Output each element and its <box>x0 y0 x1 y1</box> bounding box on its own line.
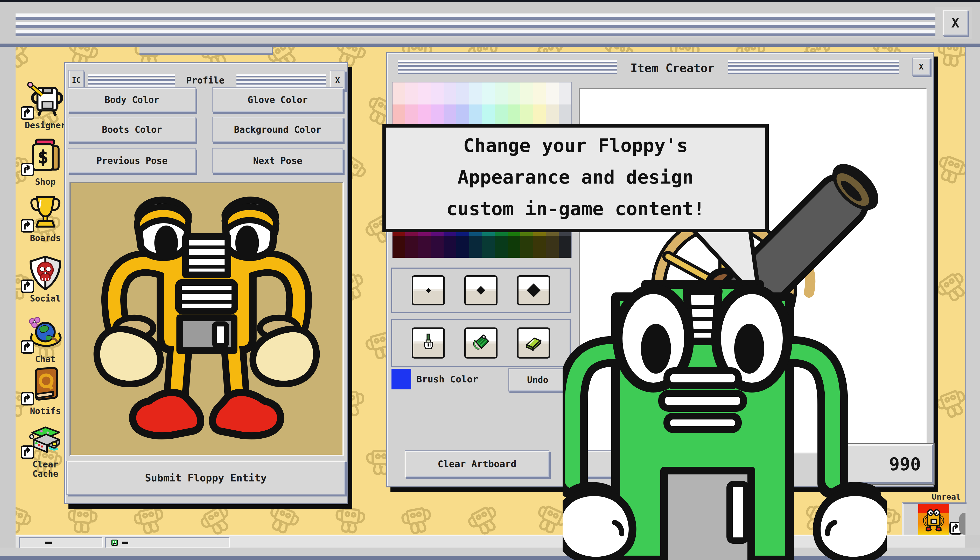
brush-icon <box>419 333 438 353</box>
wallpaper-doodle <box>392 494 444 535</box>
background-color-button[interactable]: Background Color <box>212 117 343 142</box>
palette-cell[interactable] <box>393 105 405 127</box>
screen: X Designer $ Shop Boards <box>0 0 980 560</box>
eraser-tool-button[interactable] <box>517 327 550 358</box>
glove-color-button[interactable]: Glove Color <box>212 87 343 112</box>
brush-size-group <box>391 268 571 313</box>
brush-tool-button[interactable] <box>412 327 445 358</box>
taskbar-item-1[interactable] <box>19 537 103 548</box>
palette-cell[interactable] <box>456 82 469 105</box>
palette-cell[interactable] <box>495 236 507 258</box>
title-stripes <box>398 60 617 75</box>
palette-cell[interactable] <box>405 82 418 105</box>
bubble-line: Change your Floppy's <box>386 130 765 161</box>
unreal-icon[interactable] <box>918 504 949 535</box>
palette-cell[interactable] <box>533 105 546 127</box>
sidebar-item-designer[interactable]: Designer <box>21 79 70 130</box>
brush-size-medium-button[interactable] <box>464 275 498 305</box>
sidebar-item-notifs[interactable]: Notifs <box>21 366 70 416</box>
sidebar-item-shop[interactable]: $ Shop <box>21 137 70 187</box>
item-creator-close-button[interactable]: X <box>912 58 930 76</box>
palette-cell[interactable] <box>559 236 572 258</box>
palette-cell[interactable] <box>508 82 520 105</box>
palette-cell[interactable] <box>495 105 507 127</box>
palette-cell[interactable] <box>418 236 431 258</box>
boots-color-button[interactable]: Boots Color <box>68 117 196 142</box>
icon-label: Designer <box>21 121 70 130</box>
palette-cell[interactable] <box>443 82 456 105</box>
icon-label: Boards <box>21 233 70 243</box>
palette-cell[interactable] <box>393 82 405 105</box>
palette-cell[interactable] <box>443 236 456 258</box>
palette-cell[interactable] <box>508 236 520 258</box>
profile-character-canvas <box>70 182 344 456</box>
palette-cell[interactable] <box>533 236 546 258</box>
shortcut-badge <box>21 106 34 121</box>
palette-cell[interactable] <box>418 82 431 105</box>
palette-cell[interactable] <box>546 236 558 258</box>
palette-cell[interactable] <box>495 82 507 105</box>
palette-cell[interactable] <box>520 105 533 127</box>
shortcut-badge <box>21 392 34 407</box>
palette-cell[interactable] <box>482 236 495 258</box>
fill-tool-button[interactable] <box>464 327 498 358</box>
sidebar-item-clear-cache[interactable]: Clear Cache <box>21 420 70 478</box>
palette-cell[interactable] <box>393 236 405 258</box>
sidebar-item-social[interactable]: Social <box>21 253 70 303</box>
wallpaper-doodle <box>15 491 45 535</box>
palette-cell[interactable] <box>431 105 443 127</box>
screen-close-button[interactable]: X <box>943 10 968 36</box>
palette-cell[interactable] <box>546 82 558 105</box>
palette-cell[interactable] <box>456 105 469 127</box>
palette-cell[interactable] <box>405 105 418 127</box>
sidebar-item-chat[interactable]: Chat <box>21 314 70 364</box>
body-color-button[interactable]: Body Color <box>68 87 196 112</box>
wallpaper-doodle <box>958 435 965 488</box>
brush-color-swatch[interactable] <box>392 369 411 389</box>
palette-cell[interactable] <box>443 105 456 127</box>
wallpaper-doodle <box>15 47 47 84</box>
sidebar-item-boards[interactable]: Boards <box>21 193 70 243</box>
top-title-stripes[interactable] <box>15 13 935 38</box>
right-frame-column <box>965 47 980 535</box>
palette-cell[interactable] <box>456 236 469 258</box>
palette-cell[interactable] <box>469 82 482 105</box>
palette-cell[interactable] <box>431 82 443 105</box>
palette-cell[interactable] <box>559 105 572 127</box>
palette-cell[interactable] <box>482 82 495 105</box>
wallpaper-doodle <box>955 198 965 258</box>
item-creator-title-bar[interactable]: Item Creator X <box>387 53 933 82</box>
palette-cell[interactable] <box>520 82 533 105</box>
icon-label: Chat <box>21 355 70 364</box>
palette-cell[interactable] <box>469 105 482 127</box>
palette-cell[interactable] <box>418 105 431 127</box>
taskbar-item-2[interactable] <box>105 537 230 548</box>
shortcut-badge <box>21 219 34 233</box>
bubble-line: Appearance and design <box>386 161 765 193</box>
title-stripes <box>237 74 326 89</box>
icon-label: Shop <box>21 177 70 187</box>
next-pose-button[interactable]: Next Pose <box>212 148 343 173</box>
palette-cell[interactable] <box>546 105 558 127</box>
top-frame-edge <box>0 0 980 2</box>
icon-label: Notifs <box>21 407 70 416</box>
clear-artboard-button[interactable]: Clear Artboard <box>405 450 549 477</box>
background-window-tab[interactable] <box>140 47 273 55</box>
palette-cell[interactable] <box>520 236 533 258</box>
palette-cell[interactable] <box>469 236 482 258</box>
shortcut-badge <box>21 280 34 294</box>
palette-cell[interactable] <box>559 82 572 105</box>
palette-cell[interactable] <box>431 236 443 258</box>
palette-cell[interactable] <box>533 82 546 105</box>
bubble-line: custom in-game content! <box>386 193 765 225</box>
brush-size-large-button[interactable] <box>517 275 550 305</box>
palette-cell[interactable] <box>405 236 418 258</box>
palette-cell[interactable] <box>508 105 520 127</box>
previous-pose-button[interactable]: Previous Pose <box>68 148 196 173</box>
window-title: Profile <box>177 75 234 85</box>
submit-floppy-entity-button[interactable]: Submit Floppy Entity <box>67 461 345 495</box>
palette-cell[interactable] <box>482 105 495 127</box>
brush-size-small-button[interactable] <box>412 275 445 305</box>
counter-value: 990 <box>889 454 932 475</box>
undo-button[interactable]: Undo <box>508 368 567 392</box>
